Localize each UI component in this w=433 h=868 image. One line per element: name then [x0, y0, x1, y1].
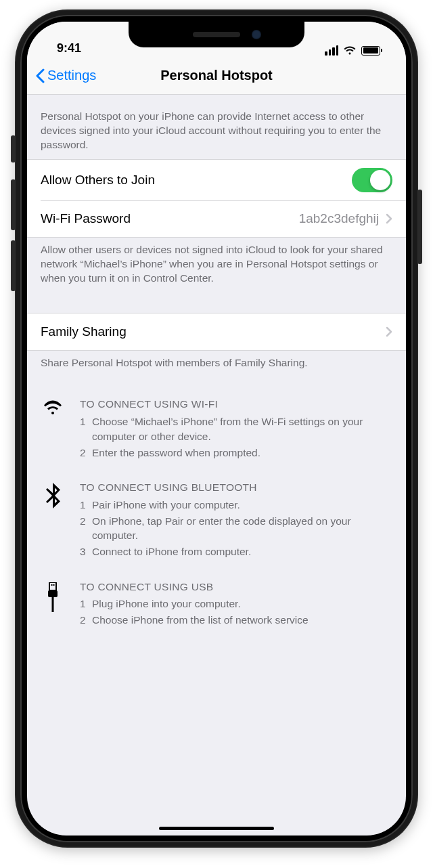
allow-others-row[interactable]: Allow Others to Join	[27, 160, 406, 200]
back-label: Settings	[47, 68, 96, 83]
svg-rect-0	[49, 582, 56, 590]
svg-rect-4	[52, 597, 54, 612]
home-indicator[interactable]	[159, 827, 274, 830]
allow-desc: Allow other users or devices not signed …	[27, 238, 406, 292]
wifi-status-icon	[343, 45, 357, 56]
wifi-step-1: Choose “Michael’s iPhone” from the Wi-Fi…	[92, 414, 392, 443]
chevron-left-icon	[35, 68, 45, 83]
family-desc: Share Personal Hotspot with members of F…	[27, 351, 406, 377]
chevron-right-icon	[386, 213, 392, 224]
hotspot-group: Allow Others to Join Wi-Fi Password 1ab2…	[27, 159, 406, 238]
usb-step-1: Plug iPhone into your computer.	[92, 596, 241, 611]
wifi-step-2: Enter the password when prompted.	[92, 446, 260, 460]
family-sharing-row[interactable]: Family Sharing	[27, 313, 406, 350]
back-button[interactable]: Settings	[35, 68, 96, 83]
family-group: Family Sharing	[27, 313, 406, 351]
wifi-password-label: Wi-Fi Password	[41, 211, 131, 226]
bt-step-1: Pair iPhone with your computer.	[92, 498, 240, 513]
bluetooth-instructions: TO CONNECT USING BLUETOOTH 1Pair iPhone …	[41, 466, 392, 565]
status-time: 9:41	[46, 41, 81, 56]
battery-icon	[361, 46, 380, 56]
chevron-right-icon	[386, 326, 392, 337]
wifi-instructions: TO CONNECT USING WI-FI 1Choose “Michael’…	[41, 383, 392, 466]
usb-instructions: TO CONNECT USING USB 1Plug iPhone into y…	[41, 566, 392, 634]
wifi-icon	[41, 397, 65, 461]
allow-others-label: Allow Others to Join	[41, 173, 155, 188]
svg-rect-2	[53, 584, 55, 586]
bluetooth-icon	[41, 480, 65, 560]
bluetooth-heading: TO CONNECT USING BLUETOOTH	[80, 480, 392, 495]
usb-heading: TO CONNECT USING USB	[80, 580, 392, 594]
intro-text: Personal Hotspot on your iPhone can prov…	[27, 95, 406, 159]
wifi-heading: TO CONNECT USING WI-FI	[80, 397, 392, 412]
svg-rect-1	[51, 584, 53, 586]
cellular-icon	[325, 45, 338, 56]
connection-instructions: TO CONNECT USING WI-FI 1Choose “Michael’…	[27, 376, 406, 654]
nav-bar: Settings Personal Hotspot	[27, 57, 406, 95]
allow-others-switch[interactable]	[352, 168, 392, 192]
bt-step-3: Connect to iPhone from computer.	[92, 544, 251, 559]
wifi-password-value: 1ab2c3defghij	[299, 211, 379, 226]
usb-icon	[41, 580, 65, 629]
family-sharing-label: Family Sharing	[41, 324, 127, 339]
screen: 9:41 Settings Personal Hotspot Personal …	[27, 22, 406, 836]
content-scroll[interactable]: Personal Hotspot on your iPhone can prov…	[27, 95, 406, 836]
notch	[129, 22, 304, 47]
bt-step-2: On iPhone, tap Pair or enter the code di…	[92, 514, 392, 543]
svg-rect-3	[48, 590, 58, 597]
wifi-password-row[interactable]: Wi-Fi Password 1ab2c3defghij	[27, 200, 406, 237]
usb-step-2: Choose iPhone from the list of network s…	[92, 613, 309, 628]
